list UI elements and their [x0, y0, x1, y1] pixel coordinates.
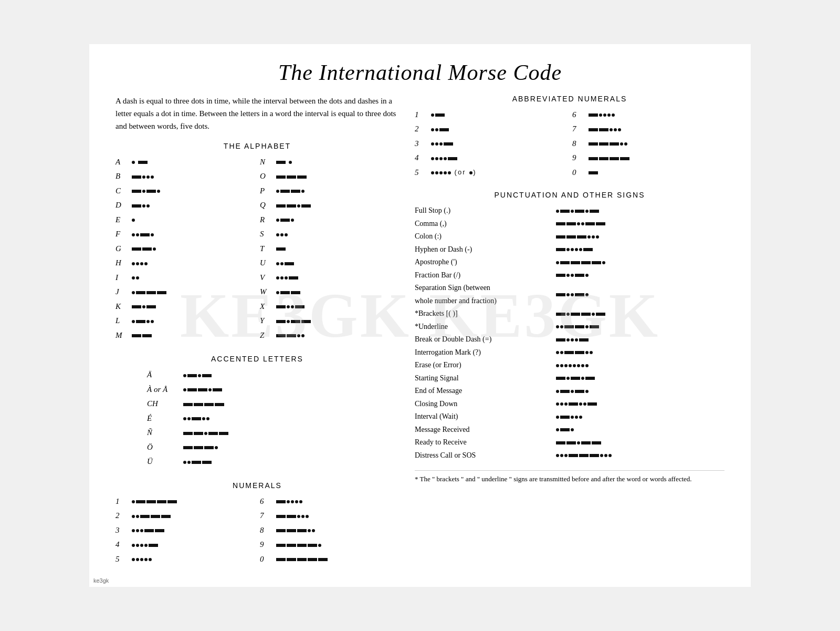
list-item: *Underline [415, 320, 724, 334]
list-item: Erase (or Error) [415, 359, 724, 372]
list-item: G [116, 242, 255, 256]
list-item: 9 [572, 151, 724, 165]
list-item: 3 [116, 524, 255, 537]
list-item: 3 [415, 137, 567, 151]
accented-grid: Ä À or Å CH É [116, 368, 399, 469]
list-item: P [260, 184, 399, 198]
list-item: 4 [116, 538, 255, 552]
list-item: 2 [415, 122, 567, 136]
list-item: C [116, 184, 255, 198]
list-item: 1 [415, 108, 567, 122]
list-item: Colon (:) [415, 230, 724, 243]
left-column: A dash is equal to three dots in time, w… [116, 95, 399, 572]
list-item: 6 [572, 108, 724, 122]
list-item: Full Stop (.) [415, 204, 724, 218]
list-item: R [260, 213, 399, 227]
intro-text: A dash is equal to three dots in time, w… [116, 95, 399, 132]
corner-label: ke3gk [93, 577, 109, 584]
accented-title: ACCENTED LETTERS [116, 355, 399, 363]
list-item: I [116, 271, 255, 285]
list-item: D [116, 199, 255, 212]
list-item: Closing Down [415, 398, 724, 411]
abbrev-numerals-section: ABBREVIATED NUMERALS 1 6 2 [415, 95, 724, 180]
list-item: Q [260, 199, 399, 212]
list-item: À or Å [147, 383, 399, 397]
right-column: ABBREVIATED NUMERALS 1 6 2 [415, 95, 724, 572]
list-item: Starting Signal [415, 372, 724, 385]
list-item: V [260, 271, 399, 285]
list-item: Ready to Receive [415, 436, 724, 449]
page: KE3GK KE3GK The International Morse Code… [89, 44, 751, 587]
list-item: X [260, 300, 399, 314]
list-item: Ä [147, 368, 399, 382]
list-item: Comma (,) [415, 218, 724, 231]
list-item: 5 (or ) [415, 166, 567, 180]
abbrev-title: ABBREVIATED NUMERALS [415, 95, 724, 103]
list-item: Fraction Bar (/) [415, 269, 724, 282]
list-item: N [260, 156, 399, 169]
list-item: É [147, 412, 399, 426]
list-item: Ü [147, 455, 399, 469]
abbrev-grid: 1 6 2 7 3 [415, 108, 724, 180]
list-item: 8 [260, 524, 399, 537]
page-title: The International Morse Code [116, 60, 724, 85]
list-item: Interval (Wait) [415, 410, 724, 423]
list-item: 4 [415, 151, 567, 165]
list-item: 1 [116, 495, 255, 509]
list-item: Break or Double Dash (=) [415, 333, 724, 346]
list-item: H [116, 256, 255, 270]
list-item: 7 [572, 122, 724, 136]
alphabet-title: THE ALPHABET [116, 142, 399, 150]
list-item: CH [147, 397, 399, 411]
list-item: L [116, 314, 255, 328]
numerals-section: NUMERALS 1 6 2 7 [116, 481, 399, 566]
list-item: J [116, 285, 255, 299]
list-item: S [260, 227, 399, 241]
list-item: A [116, 156, 255, 169]
punct-title: PUNCTUATION AND OTHER SIGNS [415, 191, 724, 199]
list-item: 0 [572, 166, 724, 180]
list-item: Apostrophe (') [415, 256, 724, 269]
punctuation-section: PUNCTUATION AND OTHER SIGNS Full Stop (.… [415, 191, 724, 483]
list-item: *Brackets [( )] [415, 307, 724, 320]
list-item: U [260, 256, 399, 270]
accented-section: ACCENTED LETTERS Ä À or Å CH [116, 355, 399, 469]
list-item: M [116, 329, 255, 343]
list-item: Distress Call or SOS [415, 449, 724, 462]
list-item: 9 [260, 538, 399, 552]
list-item: 6 [260, 495, 399, 509]
list-item: End of Message [415, 385, 724, 398]
list-item: 7 [260, 509, 399, 523]
list-item: T [260, 242, 399, 256]
list-item: 8 [572, 137, 724, 151]
list-item: Hyphen or Dash (-) [415, 243, 724, 256]
list-item: Y [260, 314, 399, 328]
list-item: O [260, 170, 399, 183]
list-item: W [260, 285, 399, 299]
list-item: Ñ [147, 426, 399, 440]
list-item: Separation Sign (betweenwhole number and… [415, 282, 724, 307]
list-item: Z [260, 329, 399, 343]
list-item: 2 [116, 509, 255, 523]
list-item: K [116, 300, 255, 314]
list-item: Message Received [415, 423, 724, 437]
list-item: B [116, 170, 255, 183]
list-item: 0 [260, 553, 399, 566]
alphabet-grid: A N B O [116, 156, 399, 343]
list-item: F [116, 227, 255, 241]
list-item: Ö [147, 441, 399, 454]
numerals-grid: 1 6 2 7 3 [116, 495, 399, 566]
numerals-title: NUMERALS [116, 481, 399, 490]
list-item: Interrogation Mark (?) [415, 346, 724, 359]
footnote: * The " brackets " and " underline " sig… [415, 470, 724, 483]
list-item: 5 [116, 553, 255, 566]
list-item: E [116, 213, 255, 227]
